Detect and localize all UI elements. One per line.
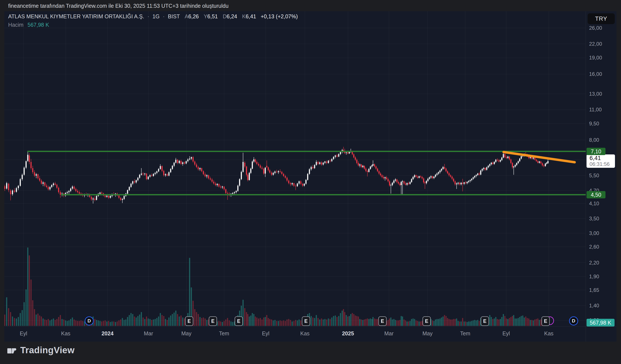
time-tick-May: May xyxy=(422,331,432,337)
earnings-marker[interactable]: E xyxy=(541,316,550,326)
price-tick-2,20: 2,20 xyxy=(589,260,599,266)
low-value: 6,24 xyxy=(227,13,237,19)
price-tick-2,60: 2,60 xyxy=(589,244,599,250)
price-tick-3,50: 3,50 xyxy=(589,215,599,222)
price-tick-11,00: 11,00 xyxy=(589,106,602,113)
earnings-marker[interactable]: E xyxy=(235,316,243,326)
earnings-marker[interactable]: E xyxy=(423,316,431,326)
high-value: 6,51 xyxy=(207,13,218,19)
time-tick-Kas: Kas xyxy=(300,331,310,337)
price-tick-16,00: 16,00 xyxy=(589,71,602,77)
time-tick-Eyl: Eyl xyxy=(502,331,510,337)
earnings-marker[interactable]: E xyxy=(481,316,489,326)
volume-indicator-value: 567,98 K xyxy=(28,22,49,28)
price-tick-1,40: 1,40 xyxy=(589,302,599,309)
symbol-legend-row[interactable]: ATLAS MENKUL KIYMETLER YATIRIM ORTAKLIĞI… xyxy=(8,13,298,20)
chart-canvas[interactable] xyxy=(4,11,586,326)
time-tick-2024: 2024 xyxy=(102,331,114,337)
price-tick-3,00: 3,00 xyxy=(589,230,599,236)
price-tick-5,50: 5,50 xyxy=(589,172,599,179)
legend-separator2: · xyxy=(163,13,165,19)
change-value: +0,13 (+2,07%) xyxy=(261,13,298,19)
time-tick-2025: 2025 xyxy=(342,331,354,337)
price-tick-26,00: 26,00 xyxy=(589,25,602,31)
close-label: K xyxy=(242,13,246,19)
tradingview-logo-text: TradingView xyxy=(20,345,75,355)
dividend-marker[interactable]: D xyxy=(569,316,578,325)
close-value: 6,41 xyxy=(246,13,256,19)
time-tick-Tem: Tem xyxy=(219,331,229,337)
tradingview-logo[interactable]: TradingView xyxy=(7,345,75,355)
time-tick-Kas: Kas xyxy=(61,331,70,337)
time-tick-May: May xyxy=(181,331,191,337)
time-tick-Eyl: Eyl xyxy=(262,331,270,337)
time-tick-Mar: Mar xyxy=(384,331,394,337)
price-tick-13,00: 13,00 xyxy=(589,91,602,97)
tradingview-snapshot: fineancetime tarafından TradingView.com … xyxy=(0,0,621,364)
chart-legend: ATLAS MENKUL KIYMETLER YATIRIM ORTAKLIĞI… xyxy=(8,13,298,28)
high-label: Y xyxy=(204,13,207,19)
time-tick-Eyl: Eyl xyxy=(20,331,27,337)
chart-widget: 1,201,401,651,902,202,603,003,504,104,70… xyxy=(4,11,617,342)
level-price-badge-4,50: 4,50 xyxy=(586,191,605,198)
price-tick-19,00: 19,00 xyxy=(589,54,602,61)
volume-value-badge: 567,98 K xyxy=(586,319,615,327)
time-tick-Tem: Tem xyxy=(460,331,470,337)
time-tick-Mar: Mar xyxy=(144,331,153,337)
price-tick-1,90: 1,90 xyxy=(589,273,599,280)
interval-label[interactable]: 1G xyxy=(152,13,159,19)
dividend-marker[interactable]: D xyxy=(85,316,94,325)
current-price-value: 6,41 xyxy=(589,155,615,161)
earnings-marker[interactable]: E xyxy=(209,316,217,326)
currency-button[interactable]: TRY xyxy=(587,13,615,24)
tradingview-logo-icon xyxy=(7,345,17,355)
earnings-marker[interactable]: E xyxy=(378,316,387,326)
price-tick-1,65: 1,65 xyxy=(589,287,599,293)
price-axis[interactable]: 1,201,401,651,902,202,603,003,504,104,70… xyxy=(586,11,617,326)
symbol-title[interactable]: ATLAS MENKUL KIYMETLER YATIRIM ORTAKLIĞI… xyxy=(8,13,144,19)
low-label: D xyxy=(223,13,227,19)
open-value: 6,26 xyxy=(188,13,199,19)
volume-indicator-label: Hacim xyxy=(8,22,23,28)
earnings-marker[interactable]: E xyxy=(185,316,193,326)
price-tick-4,10: 4,10 xyxy=(589,200,599,207)
time-tick-Kas: Kas xyxy=(544,331,553,337)
legend-separator: · xyxy=(147,13,149,19)
current-price-label: 6,41 06:31:56 xyxy=(586,154,615,168)
bar-countdown: 06:31:56 xyxy=(589,161,615,167)
level-price-badge-7,10: 7,10 xyxy=(586,148,605,155)
attribution-text: fineancetime tarafından TradingView.com … xyxy=(8,3,229,9)
exchange-label: BIST xyxy=(168,13,180,19)
price-tick-8,00: 8,00 xyxy=(589,137,599,143)
volume-legend-row[interactable]: Hacim 567,98 K xyxy=(8,22,298,28)
price-tick-9,50: 9,50 xyxy=(589,120,599,127)
open-label: A xyxy=(185,13,188,19)
earnings-marker[interactable]: E xyxy=(302,316,310,326)
price-tick-22,00: 22,00 xyxy=(589,41,602,47)
time-axis[interactable]: EylKas2024MarMayTemEylKas2025MarMayTemEy… xyxy=(4,327,586,342)
